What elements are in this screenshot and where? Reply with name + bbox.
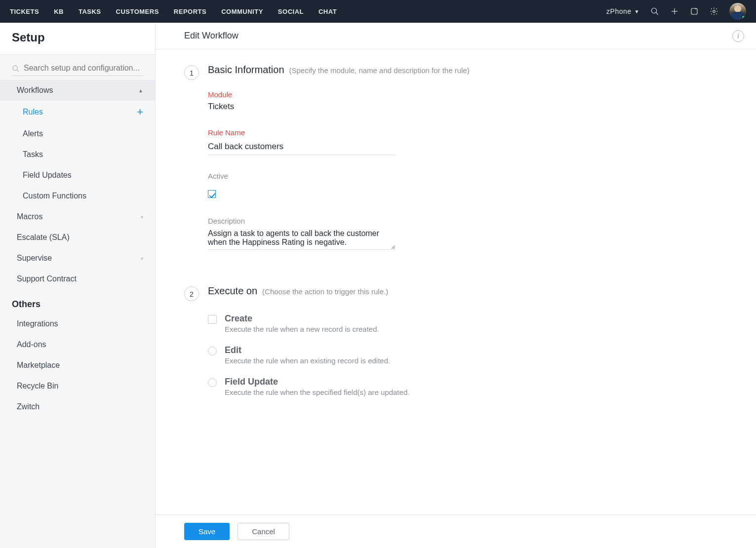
sidebar-item-label: Escalate (SLA) <box>17 233 70 242</box>
sidebar-item-recycle-bin[interactable]: Recycle Bin <box>0 376 155 396</box>
nav-community[interactable]: COMMUNITY <box>221 8 263 15</box>
edit-radio[interactable] <box>208 347 217 355</box>
sidebar-item-integrations[interactable]: Integrations <box>0 313 155 334</box>
rule-name-input[interactable] <box>208 140 396 155</box>
setup-search-input[interactable] <box>12 64 143 73</box>
search-icon[interactable] <box>650 7 659 16</box>
sidebar-item-label: Recycle Bin <box>17 382 58 391</box>
top-nav-right: zPhone ▼ <box>606 3 746 20</box>
field-module: Module Tickets <box>208 90 415 112</box>
nav-social[interactable]: SOCIAL <box>278 8 304 15</box>
sidebar-item-marketplace[interactable]: Marketplace <box>0 355 155 376</box>
brand-switcher[interactable]: zPhone ▼ <box>606 7 639 15</box>
content: Edit Workflow i 1 Basic Information (Spe… <box>156 23 756 548</box>
sidebar-item-label: Integrations <box>17 319 58 328</box>
page-title: Edit Workflow <box>184 31 239 41</box>
sidebar-item-label: Workflows <box>17 86 53 95</box>
sidebar-item-label: Alerts <box>23 129 43 138</box>
sidebar-item-label: Field Updates <box>23 171 72 180</box>
nav-chat[interactable]: CHAT <box>318 8 337 15</box>
sidebar-item-label: Rules <box>23 108 43 117</box>
sidebar-item-macros[interactable]: Macros ▾ <box>0 206 155 227</box>
create-checkbox[interactable] <box>208 315 217 324</box>
step-number: 2 <box>184 286 199 301</box>
setup-title: Setup <box>12 31 143 44</box>
sidebar-list: Workflows ▲ Rules + Alerts Tasks Field U… <box>0 80 155 548</box>
step-title: Execute on <box>208 285 257 297</box>
nav-customers[interactable]: CUSTOMERS <box>116 8 159 15</box>
caret-down-icon: ▾ <box>141 256 143 261</box>
nav-tasks[interactable]: TASKS <box>79 8 101 15</box>
field-label-rule-name: Rule Name <box>208 128 415 137</box>
sidebar-item-label: Marketplace <box>17 361 60 370</box>
cancel-button[interactable]: Cancel <box>238 523 289 540</box>
sidebar-item-label: Supervise <box>17 254 52 263</box>
field-label-description: Description <box>208 217 415 225</box>
sidebar-item-zwitch[interactable]: Zwitch <box>0 396 155 417</box>
step-number: 1 <box>184 65 199 80</box>
caret-up-icon: ▲ <box>138 88 143 93</box>
nav-kb[interactable]: KB <box>54 8 64 15</box>
notification-icon[interactable] <box>690 7 699 16</box>
step-execute-on: 2 Execute on (Choose the action to trigg… <box>184 285 726 408</box>
sidebar-item-rules[interactable]: Rules + <box>0 101 155 123</box>
sidebar-item-supervise[interactable]: Supervise ▾ <box>0 248 155 269</box>
option-title: Create <box>225 313 379 324</box>
field-update-radio[interactable] <box>208 378 217 387</box>
step-title: Basic Information <box>208 64 284 76</box>
step-hint: (Choose the action to trigger this rule.… <box>262 287 388 296</box>
sidebar-group-others: Others <box>0 289 155 313</box>
sidebar-item-alerts[interactable]: Alerts <box>0 123 155 144</box>
sidebar-item-custom-functions[interactable]: Custom Functions <box>0 186 155 206</box>
field-rule-name: Rule Name <box>208 128 415 155</box>
option-field-update[interactable]: Field Update Execute the rule when the s… <box>208 377 726 396</box>
sidebar-item-workflows[interactable]: Workflows ▲ <box>0 80 155 101</box>
description-textarea[interactable] <box>208 228 396 250</box>
plus-icon[interactable] <box>670 7 679 16</box>
option-edit[interactable]: Edit Execute the rule when an existing r… <box>208 345 726 365</box>
save-button[interactable]: Save <box>184 523 230 540</box>
setup-search[interactable] <box>12 64 143 76</box>
presence-indicator <box>741 15 746 20</box>
info-icon[interactable]: i <box>732 30 744 42</box>
top-nav-left: TICKETS KB TASKS CUSTOMERS REPORTS COMMU… <box>10 8 337 15</box>
option-title: Edit <box>225 345 390 355</box>
option-desc: Execute the rule when an existing record… <box>225 356 390 365</box>
field-active: Active <box>208 172 415 200</box>
option-desc: Execute the rule when a new record is cr… <box>225 325 379 333</box>
sidebar-item-label: Tasks <box>23 150 43 159</box>
step-hint: (Specify the module, name and descriptio… <box>289 66 470 75</box>
caret-down-icon: ▾ <box>141 214 143 220</box>
field-value-module: Tickets <box>208 102 415 112</box>
sidebar: Setup Workflows ▲ Rules + Alerts T <box>0 23 156 548</box>
content-footer: Save Cancel <box>156 514 756 548</box>
user-avatar[interactable] <box>729 3 746 20</box>
sidebar-item-escalate[interactable]: Escalate (SLA) <box>0 227 155 248</box>
svg-line-1 <box>656 12 658 15</box>
sidebar-item-support-contract[interactable]: Support Contract <box>0 269 155 289</box>
nav-tickets[interactable]: TICKETS <box>10 8 39 15</box>
content-body: 1 Basic Information (Specify the module,… <box>156 49 756 514</box>
option-title: Field Update <box>225 377 409 387</box>
content-header: Edit Workflow i <box>156 23 756 49</box>
field-description: Description <box>208 217 415 252</box>
sidebar-item-field-updates[interactable]: Field Updates <box>0 165 155 186</box>
svg-point-7 <box>13 66 17 70</box>
option-create[interactable]: Create Execute the rule when a new recor… <box>208 313 726 333</box>
active-checkbox[interactable] <box>208 190 216 198</box>
svg-point-6 <box>713 10 716 13</box>
add-rule-icon[interactable]: + <box>137 107 143 117</box>
nav-reports[interactable]: REPORTS <box>174 8 206 15</box>
sidebar-item-label: Custom Functions <box>23 192 86 200</box>
sidebar-item-label: Zwitch <box>17 402 40 411</box>
sidebar-item-addons[interactable]: Add-ons <box>0 334 155 355</box>
svg-point-0 <box>651 8 657 13</box>
sidebar-item-label: Support Contract <box>17 274 77 283</box>
search-icon <box>12 65 20 75</box>
gear-icon[interactable] <box>710 7 718 16</box>
sidebar-item-tasks[interactable]: Tasks <box>0 144 155 165</box>
brand-name: zPhone <box>606 7 631 15</box>
setup-header: Setup <box>0 23 155 55</box>
field-label-active: Active <box>208 172 415 180</box>
option-desc: Execute the rule when the specified fiel… <box>225 388 409 396</box>
